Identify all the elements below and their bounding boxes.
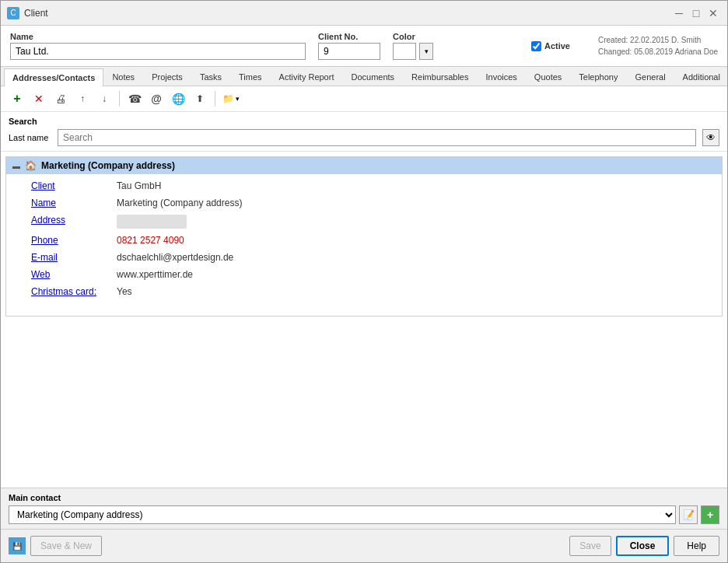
- move-up-button[interactable]: ↑: [72, 89, 93, 108]
- search-title: Search: [9, 117, 719, 126]
- maximize-button[interactable]: □: [688, 5, 704, 21]
- active-label: Active: [544, 41, 570, 51]
- active-checkbox[interactable]: [531, 41, 541, 51]
- address-value-blurred: [117, 215, 187, 229]
- phone-button[interactable]: ☎: [124, 89, 145, 108]
- app-icon: C: [7, 7, 19, 19]
- move-down-button[interactable]: ↓: [94, 89, 114, 108]
- address-header-text: Marketing (Company address): [41, 160, 175, 171]
- tab-quotes[interactable]: Quotes: [526, 68, 570, 86]
- home-icon: 🏠: [25, 160, 37, 171]
- person-button[interactable]: ⬆: [190, 89, 210, 108]
- tab-projects[interactable]: Projects: [143, 68, 191, 86]
- tab-addresses-contacts[interactable]: Addresses/Contacts: [4, 68, 103, 86]
- tab-tasks[interactable]: Tasks: [191, 68, 230, 86]
- window-title: Client: [24, 8, 671, 19]
- main-contact-add-button[interactable]: +: [701, 505, 719, 524]
- address-section: ▬ 🏠 Marketing (Company address) Client T…: [5, 156, 723, 316]
- close-window-button[interactable]: ✕: [705, 5, 721, 21]
- address-row-phone: Phone 0821 2527 4090: [31, 235, 709, 246]
- edit-icon: 📝: [683, 509, 695, 520]
- help-button[interactable]: Help: [674, 536, 719, 556]
- changed-text: Changed: 05.08.2019 Adriana Doe: [598, 46, 718, 58]
- address-header[interactable]: ▬ 🏠 Marketing (Company address): [6, 157, 722, 174]
- search-button[interactable]: 👁: [702, 129, 719, 146]
- phone-value: 0821 2527 4090: [117, 235, 184, 246]
- tab-general[interactable]: General: [626, 68, 674, 86]
- folder-icon: 📁: [222, 93, 234, 104]
- phone-label[interactable]: Phone: [31, 235, 117, 246]
- address-label[interactable]: Address: [31, 215, 117, 226]
- folder-dropdown-button[interactable]: 📁 ▾: [220, 89, 240, 108]
- tab-times[interactable]: Times: [230, 68, 271, 86]
- search-input[interactable]: [58, 129, 696, 146]
- name-value: Marketing (Company address): [117, 198, 242, 208]
- separator-2: [215, 91, 215, 107]
- name-label: Name: [10, 32, 306, 41]
- email-value: dschaelchli@xpertdesign.de: [117, 252, 233, 263]
- name-input[interactable]: [10, 43, 306, 60]
- client-label[interactable]: Client: [31, 180, 117, 191]
- email-label[interactable]: E-mail: [31, 252, 117, 263]
- christmas-value: Yes: [117, 286, 132, 297]
- created-text: Created: 22.02.2015 D. Smith: [598, 34, 718, 46]
- main-contact-edit-button[interactable]: 📝: [679, 505, 698, 524]
- save-button[interactable]: Save: [569, 536, 611, 556]
- color-label: Color: [393, 32, 433, 41]
- email-button[interactable]: @: [146, 89, 166, 108]
- web-value: www.xperttimer.de: [117, 269, 193, 280]
- client-value: Tau GmbH: [117, 180, 161, 191]
- web-label[interactable]: Web: [31, 269, 117, 280]
- address-row-email: E-mail dschaelchli@xpertdesign.de: [31, 252, 709, 263]
- print-button[interactable]: 🖨: [51, 89, 71, 108]
- search-lastname-label: Last name: [9, 133, 51, 142]
- tab-additional[interactable]: Additional: [674, 68, 728, 86]
- tab-activity-report[interactable]: Activity Report: [271, 68, 343, 86]
- minimize-button[interactable]: ─: [671, 5, 687, 21]
- address-row-address: Address: [31, 215, 709, 229]
- delete-button[interactable]: ✕: [29, 89, 49, 108]
- address-row-name: Name Marketing (Company address): [31, 198, 709, 208]
- save-new-button[interactable]: Save & New: [30, 536, 102, 556]
- tab-telephony[interactable]: Telephony: [570, 68, 626, 86]
- clientno-input[interactable]: [318, 43, 380, 60]
- add-button[interactable]: +: [7, 89, 27, 108]
- color-box[interactable]: [393, 43, 416, 60]
- color-dropdown[interactable]: ▾: [419, 43, 433, 60]
- christmas-label[interactable]: Christmas card:: [31, 286, 117, 297]
- address-row-web: Web www.xperttimer.de: [31, 269, 709, 280]
- tab-notes[interactable]: Notes: [103, 68, 143, 86]
- web-button[interactable]: 🌐: [168, 89, 188, 108]
- footer-save-icon[interactable]: 💾: [9, 537, 26, 554]
- add-icon: +: [707, 509, 713, 521]
- separator-1: [119, 91, 120, 107]
- main-contact-label: Main contact: [9, 493, 719, 502]
- address-body: Client Tau GmbH Name Marketing (Company …: [6, 174, 722, 316]
- address-row-client: Client Tau GmbH: [31, 180, 709, 191]
- close-button[interactable]: Close: [616, 536, 670, 556]
- tab-invoices[interactable]: Invoices: [477, 68, 525, 86]
- main-contact-select[interactable]: Marketing (Company address): [9, 505, 676, 524]
- tab-documents[interactable]: Documents: [342, 68, 403, 86]
- address-row-christmas: Christmas card: Yes: [31, 286, 709, 297]
- clientno-label: Client No.: [318, 32, 380, 41]
- collapse-icon: ▬: [12, 162, 20, 170]
- dropdown-icon: ▾: [236, 95, 240, 103]
- tab-reimbursables[interactable]: Reimbursables: [403, 68, 477, 86]
- name-key-label[interactable]: Name: [31, 198, 117, 208]
